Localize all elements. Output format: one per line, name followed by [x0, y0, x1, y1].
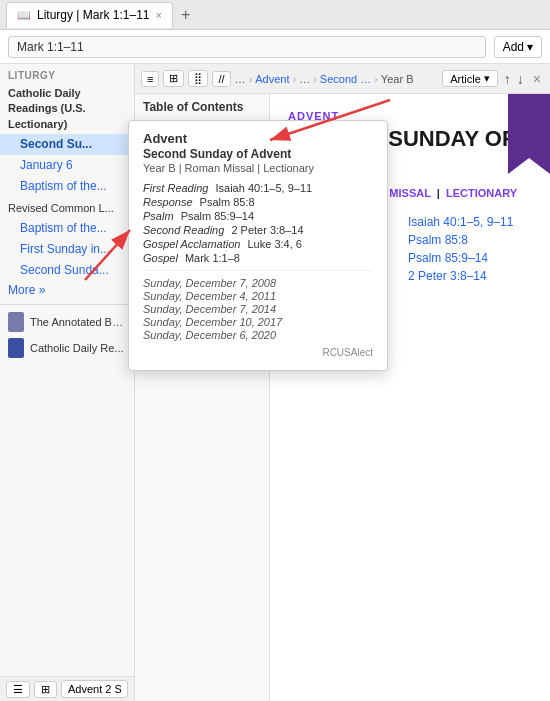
popup-source: RCUSAlect	[143, 347, 373, 358]
popup-reading-label-2: Psalm	[143, 210, 174, 222]
nav-up-button[interactable]: ↑	[502, 71, 513, 87]
more-link[interactable]: More »	[0, 280, 134, 300]
popup-reading-value-3: 2 Peter 3:8–14	[231, 224, 303, 236]
popup-reading-value-5: Mark 1:1–8	[185, 252, 240, 264]
popup-divider	[143, 270, 373, 271]
article-arrow-icon: ▾	[484, 72, 490, 85]
popup-reading-1: Response Psalm 85:8	[143, 196, 373, 208]
toc-header: Table of Contents	[135, 94, 269, 121]
grid-view-button[interactable]: ⊞	[34, 681, 57, 698]
reading-value-3[interactable]: 2 Peter 3:8–14	[404, 267, 532, 285]
popup-reading-label-4: Gospel Acclamation	[143, 238, 240, 250]
nav-arrows: ↑ ↓	[502, 71, 526, 87]
breadcrumb-year: Year B	[381, 73, 414, 85]
tab-favicon: 📖	[17, 9, 31, 22]
tree-item-1[interactable]: January 6	[0, 155, 134, 176]
new-tab-button[interactable]: +	[175, 6, 196, 24]
active-tab[interactable]: 📖 Liturgy | Mark 1:1–11 ×	[6, 2, 173, 28]
list-icon-button[interactable]: ≡	[141, 71, 159, 87]
tree-item-4[interactable]: Baptism of the...	[0, 218, 134, 239]
popup-reading-label-1: Response	[143, 196, 193, 208]
tree-item-label-4: Baptism of the...	[20, 221, 107, 235]
reading-value-1[interactable]: Psalm 85:8	[404, 231, 532, 249]
tab-close-button[interactable]: ×	[156, 9, 162, 21]
search-input[interactable]	[61, 680, 128, 698]
add-button[interactable]: Add ▾	[494, 36, 542, 58]
left-toolbar: ☰ ⊞	[0, 676, 134, 701]
tree-item-label-5: First Sunday in...	[20, 242, 110, 256]
close-panel-button[interactable]: ×	[530, 71, 544, 87]
split-button[interactable]: //	[212, 71, 230, 87]
add-arrow-icon: ▾	[527, 40, 533, 54]
book-icon-0	[8, 312, 24, 332]
tree-item-2[interactable]: Baptism of the...	[0, 176, 134, 197]
popup-reading-label-5: Gospel	[143, 252, 178, 264]
popup-meta: Year B | Roman Missal | Lectionary	[143, 162, 373, 174]
popup-reading-4: Gospel Acclamation Luke 3:4, 6	[143, 238, 373, 250]
address-bar: Add ▾	[0, 30, 550, 64]
popup-date-0: Sunday, December 7, 2008	[143, 277, 373, 289]
popup-date-3: Sunday, December 10, 2017	[143, 316, 373, 328]
tree-item-0[interactable]: Second Su...	[0, 134, 134, 155]
tree-item-label-6: Second Sunda...	[20, 263, 109, 277]
popup-date-1: Sunday, December 4, 2011	[143, 290, 373, 302]
breadcrumb-ellipsis2: …	[299, 73, 310, 85]
breadcrumb-advent[interactable]: Advent	[255, 73, 289, 85]
add-label: Add	[503, 40, 524, 54]
breadcrumb: … › Advent › … › Second … › Year B	[235, 73, 439, 85]
popup-reading-value-0: Isaiah 40:1–5, 9–11	[215, 182, 312, 194]
subtitle-sep2: |	[437, 187, 440, 199]
book-item-1[interactable]: Catholic Daily Re...	[0, 335, 134, 361]
right-toolbar: ≡ ⊞ ⣿ // … › Advent › … › Second … › Yea…	[135, 64, 550, 94]
popup-reading-0: First Reading Isaiah 40:1–5, 9–11	[143, 182, 373, 194]
popup-reading-value-4: Luke 3:4, 6	[247, 238, 301, 250]
tree-item-5[interactable]: First Sunday in...	[0, 239, 134, 260]
tree-item-6[interactable]: Second Sunda...	[0, 260, 134, 281]
subtitle-lect: LECTIONARY	[446, 187, 517, 199]
popup-reading-3: Second Reading 2 Peter 3:8–14	[143, 224, 373, 236]
address-input[interactable]	[8, 36, 486, 58]
book-title-1: Catholic Daily Re...	[30, 342, 124, 354]
reading-value-0[interactable]: Isaiah 40:1–5, 9–11	[404, 213, 532, 231]
columns-button[interactable]: ⣿	[188, 70, 208, 87]
tree-item-3: Revised Common L...	[0, 197, 134, 218]
book-title-0: The Annotated Bo...	[30, 316, 126, 328]
popup-tooltip: Advent Second Sunday of Advent Year B | …	[128, 120, 388, 371]
book-item-0[interactable]: The Annotated Bo...	[0, 309, 134, 335]
article-button[interactable]: Article ▾	[442, 70, 498, 87]
left-section-header: LITURGY	[0, 64, 134, 84]
popup-reading-2: Psalm Psalm 85:9–14	[143, 210, 373, 222]
reading-value-2[interactable]: Psalm 85:9–14	[404, 249, 532, 267]
tab-bar: 📖 Liturgy | Mark 1:1–11 × +	[0, 0, 550, 30]
left-panel: LITURGY Catholic Daily Readings (U.S. Le…	[0, 64, 135, 701]
copy-button[interactable]: ⊞	[163, 70, 184, 87]
popup-reading-label-0: First Reading	[143, 182, 208, 194]
list-view-button[interactable]: ☰	[6, 681, 30, 698]
popup-date-2: Sunday, December 7, 2014	[143, 303, 373, 315]
book-icon-1	[8, 338, 24, 358]
breadcrumb-ellipsis: …	[235, 73, 246, 85]
tree-item-label-2: Baptism of the...	[20, 179, 107, 193]
tab-label: Liturgy | Mark 1:1–11	[37, 8, 150, 22]
breadcrumb-second[interactable]: Second …	[320, 73, 371, 85]
popup-title: Advent	[143, 131, 373, 146]
tree-item-label-0: Second Su...	[20, 137, 92, 151]
article-label: Article	[450, 73, 481, 85]
popup-reading-value-2: Psalm 85:9–14	[181, 210, 254, 222]
divider-1	[0, 304, 134, 305]
popup-date-4: Sunday, December 6, 2020	[143, 329, 373, 341]
popup-reading-label-3: Second Reading	[143, 224, 224, 236]
tree-item-label-1: January 6	[20, 158, 73, 172]
tree-item-label-3: Revised Common L...	[8, 202, 114, 214]
tree-root-title: Catholic Daily Readings (U.S. Lectionary…	[0, 84, 134, 134]
nav-down-button[interactable]: ↓	[515, 71, 526, 87]
popup-reading-value-1: Psalm 85:8	[200, 196, 255, 208]
popup-subtitle: Second Sunday of Advent	[143, 147, 373, 161]
popup-reading-5: Gospel Mark 1:1–8	[143, 252, 373, 264]
